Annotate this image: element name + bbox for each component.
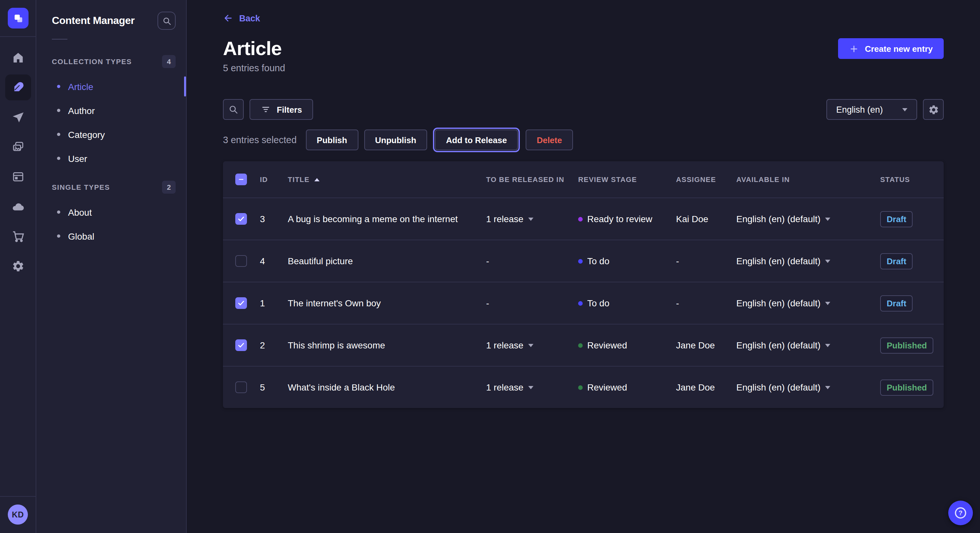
stage-label: Reviewed <box>587 340 627 351</box>
stage-label: To do <box>587 256 609 266</box>
app-window: KD Content Manager COLLECTION TYPES4Arti… <box>0 0 980 533</box>
cloud-icon[interactable] <box>5 194 31 219</box>
rail-bottom-divider <box>0 496 36 497</box>
sidebar-item-author[interactable]: Author <box>36 98 186 122</box>
sidebar-item-global[interactable]: Global <box>36 224 186 248</box>
release-value: 1 release <box>486 214 523 224</box>
cell-to-be-released-in: 1 release <box>486 382 578 392</box>
unpublish-button[interactable]: Unpublish <box>364 130 427 150</box>
cell-status: Draft <box>880 295 933 311</box>
release-value: 1 release <box>486 382 523 392</box>
bullet-icon <box>57 133 60 136</box>
cell-available-in: English (en) (default) <box>736 340 880 351</box>
row-checkbox[interactable] <box>235 297 247 309</box>
release-menu-chevron-icon[interactable] <box>528 217 533 220</box>
strapi-logo[interactable] <box>8 8 28 29</box>
release-menu-chevron-icon[interactable] <box>528 385 533 389</box>
sidebar-item-category[interactable]: Category <box>36 122 186 146</box>
content-manager-sidebar: Content Manager COLLECTION TYPES4Article… <box>36 0 187 533</box>
sidebar-item-article[interactable]: Article <box>36 75 186 98</box>
table-row: 1The internet's Own boy-To do-English (e… <box>223 282 944 324</box>
cart-icon[interactable] <box>5 224 31 249</box>
status-badge: Published <box>880 379 933 395</box>
sidebar-section: SINGLE TYPES2AboutGlobal <box>36 181 186 248</box>
media-library-icon[interactable] <box>5 134 31 160</box>
delete-button[interactable]: Delete <box>526 130 573 150</box>
locale-value: English (en) (default) <box>736 214 821 224</box>
home-icon[interactable] <box>5 45 31 71</box>
locale-select[interactable]: English (en) <box>826 99 917 120</box>
status-badge: Draft <box>880 253 913 269</box>
publish-button[interactable]: Publish <box>305 130 358 150</box>
status-badge: Draft <box>880 295 913 311</box>
locale-chevron-icon[interactable] <box>825 344 830 347</box>
back-link[interactable]: Back <box>223 13 260 23</box>
stage-dot-icon <box>578 385 583 390</box>
question-mark-icon: ? <box>953 506 968 520</box>
sidebar-item-about[interactable]: About <box>36 200 186 224</box>
sidebar-item-user[interactable]: User <box>36 146 186 170</box>
section-label: COLLECTION TYPES <box>52 58 132 65</box>
locale-chevron-icon[interactable] <box>825 217 830 220</box>
filters-button[interactable]: Filters <box>250 99 313 120</box>
search-icon[interactable] <box>158 12 176 30</box>
row-checkbox[interactable] <box>235 255 247 267</box>
cell-to-be-released-in: 1 release <box>486 214 578 224</box>
cell-review-stage: Reviewed <box>578 340 676 351</box>
main-content: Back Article Create new entry 5 entries … <box>187 0 980 533</box>
bullet-icon <box>57 157 60 160</box>
locale-value: English (en) (default) <box>736 382 821 392</box>
stage-label: To do <box>587 298 609 308</box>
cell-status: Draft <box>880 211 933 227</box>
locale-chevron-icon[interactable] <box>825 259 830 263</box>
create-new-entry-button[interactable]: Create new entry <box>838 38 944 59</box>
sidebar-item-label: Article <box>68 81 93 92</box>
cell-title: What's inside a Black Hole <box>288 382 486 392</box>
locale-chevron-icon[interactable] <box>825 301 830 305</box>
bullet-icon <box>57 235 60 238</box>
add-to-release-button[interactable]: Add to Release <box>435 130 518 150</box>
paper-plane-icon[interactable] <box>5 104 31 130</box>
rail-divider <box>0 36 36 37</box>
section-label: SINGLE TYPES <box>52 183 110 191</box>
locale-chevron-icon[interactable] <box>825 385 830 389</box>
cell-assignee: - <box>676 298 736 308</box>
strapi-logo-icon <box>11 12 24 25</box>
cell-id: 5 <box>260 382 288 392</box>
sidebar-item-label: About <box>68 207 92 217</box>
table-row: 3A bug is becoming a meme on the interne… <box>223 198 944 240</box>
help-button[interactable]: ? <box>948 501 973 525</box>
avatar[interactable]: KD <box>8 504 28 525</box>
layout-icon[interactable] <box>5 164 31 190</box>
row-checkbox[interactable] <box>235 339 247 351</box>
filters-label: Filters <box>277 105 302 114</box>
cell-to-be-released-in: 1 release <box>486 340 578 351</box>
table-row: 2This shrimp is awesome1 releaseReviewed… <box>223 324 944 366</box>
column-header-assignee: ASSIGNEE <box>676 176 736 183</box>
release-value: - <box>486 298 489 308</box>
table-header-row: ID TITLE TO BE RELEASED IN REVIEW STAGE … <box>223 161 944 198</box>
cell-id: 4 <box>260 256 288 266</box>
search-icon[interactable] <box>223 99 244 120</box>
row-checkbox[interactable] <box>235 381 247 393</box>
sidebar-item-label: Author <box>68 105 95 116</box>
row-checkbox[interactable] <box>235 213 247 225</box>
release-menu-chevron-icon[interactable] <box>528 344 533 347</box>
gear-icon[interactable] <box>923 99 944 120</box>
entries-count: 5 entries found <box>223 63 944 73</box>
feather-icon[interactable] <box>5 75 31 100</box>
cell-available-in: English (en) (default) <box>736 256 880 266</box>
create-new-entry-label: Create new entry <box>865 44 933 54</box>
column-header-title-sort[interactable]: TITLE <box>288 176 486 183</box>
section-count-badge: 4 <box>162 55 176 68</box>
stage-dot-icon <box>578 259 583 263</box>
main-nav-rail: KD <box>0 0 36 533</box>
release-value: - <box>486 256 489 266</box>
cell-available-in: English (en) (default) <box>736 298 880 308</box>
gear-icon[interactable] <box>5 253 31 279</box>
select-all-checkbox[interactable] <box>235 174 247 185</box>
cell-assignee: Jane Doe <box>676 340 736 351</box>
stage-dot-icon <box>578 343 583 347</box>
stage-label: Reviewed <box>587 382 627 392</box>
locale-value: English (en) (default) <box>736 256 821 266</box>
